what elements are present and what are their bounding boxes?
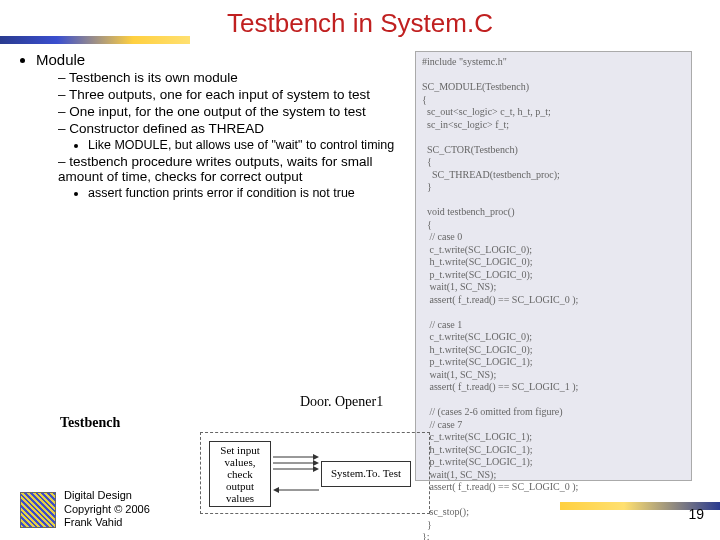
sub-5-text: testbench procedure writes outputs, wait… <box>58 154 372 184</box>
bullet-list: Module Testbench is its own module Three… <box>18 51 410 200</box>
code-listing: #include "systemc.h" SC_MODULE(Testbench… <box>415 51 692 481</box>
door-opener-label: Door. Opener1 <box>300 394 383 410</box>
box-set-input: Set input values, check output values <box>209 441 271 507</box>
sub5-note-list: assert function prints error if conditio… <box>58 186 410 200</box>
sub-1: Testbench is its own module <box>58 70 410 85</box>
page-number: 19 <box>688 506 704 522</box>
svg-marker-4 <box>313 460 319 466</box>
sub-4-text: Constructor defined as THREAD <box>69 121 264 136</box>
bullet-module: Module Testbench is its own module Three… <box>36 51 410 200</box>
footer-l2: Copyright © 2006 <box>64 503 150 515</box>
right-column: #include "systemc.h" SC_MODULE(Testbench… <box>415 51 700 481</box>
sub-list: Testbench is its own module Three output… <box>36 70 410 200</box>
sub-2: Three outputs, one for each input of sys… <box>58 87 410 102</box>
sub4-note: Like MODULE, but allows use of "wait" to… <box>88 138 410 152</box>
arrow-to-system <box>273 451 319 479</box>
sub5-note: assert function prints error if conditio… <box>88 186 410 200</box>
sub4-note-list: Like MODULE, but allows use of "wait" to… <box>58 138 410 152</box>
sub-3: One input, for the one output of the sys… <box>58 104 410 119</box>
title-accent-bar <box>0 36 190 44</box>
testbench-label: Testbench <box>60 415 120 431</box>
bullet-module-text: Module <box>36 51 85 68</box>
svg-marker-5 <box>313 466 319 472</box>
footer-l3: Frank Vahid <box>64 516 123 528</box>
logo-icon <box>20 492 56 528</box>
testbench-diagram: Set input values, check output values Sy… <box>200 432 430 514</box>
slide-title: Testbench in System.C <box>0 8 720 39</box>
sub-4: Constructor defined as THREAD Like MODUL… <box>58 121 410 152</box>
svg-marker-7 <box>273 487 279 493</box>
svg-marker-3 <box>313 454 319 460</box>
footer-text: Digital Design Copyright © 2006 Frank Va… <box>64 489 150 530</box>
box-system-to-test: System.To. Test <box>321 461 411 487</box>
arrow-from-system <box>273 485 319 495</box>
footer-l1: Digital Design <box>64 489 132 501</box>
sub-5: testbench procedure writes outputs, wait… <box>58 154 410 200</box>
